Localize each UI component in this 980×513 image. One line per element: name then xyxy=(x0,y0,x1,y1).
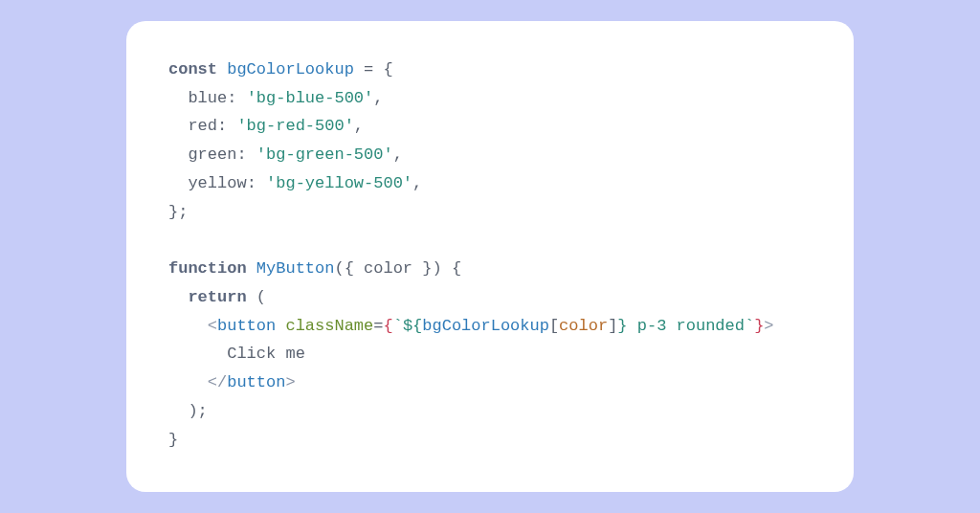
identifier-color: color xyxy=(559,317,608,335)
identifier-bgColorLookup: bgColorLookup xyxy=(227,60,354,78)
code-card: const bgColorLookup = { blue: 'bg-blue-5… xyxy=(126,21,854,493)
code-line: </button> xyxy=(168,373,296,391)
code-line: green: 'bg-green-500', xyxy=(168,145,403,164)
code-line: ); xyxy=(168,402,208,420)
function-name: MyButton xyxy=(256,259,335,278)
jsx-expr-close: } xyxy=(754,317,764,335)
jsx-tag-button: button xyxy=(227,373,285,391)
code-line: return ( xyxy=(168,288,266,306)
code-line: <button className={`${bgColorLookup[colo… xyxy=(168,317,774,335)
code-line: red: 'bg-red-500', xyxy=(168,117,364,135)
identifier-bgColorLookup: bgColorLookup xyxy=(422,317,549,335)
string-literal: 'bg-blue-500' xyxy=(247,89,374,107)
jsx-text: Click me xyxy=(227,345,305,363)
object-key: red xyxy=(188,117,217,135)
keyword-const: const xyxy=(168,60,217,78)
object-key: green xyxy=(188,145,236,164)
code-line: blue: 'bg-blue-500', xyxy=(168,89,383,107)
object-key: blue xyxy=(188,89,227,107)
code-line: const bgColorLookup = { xyxy=(168,60,393,78)
param-color: color xyxy=(364,259,412,278)
string-literal: 'bg-green-500' xyxy=(256,145,393,164)
jsx-expr-open: { xyxy=(383,317,392,335)
object-key: yellow xyxy=(188,174,246,192)
jsx-attr-className: className xyxy=(285,317,373,335)
keyword-return: return xyxy=(188,288,246,306)
string-literal: 'bg-red-500' xyxy=(236,117,353,135)
code-line: function MyButton({ color }) { xyxy=(168,259,461,278)
code-block: const bgColorLookup = { blue: 'bg-blue-5… xyxy=(168,56,812,455)
jsx-tag-button: button xyxy=(217,317,276,335)
keyword-function: function xyxy=(168,259,247,278)
code-line: }; xyxy=(168,203,188,221)
code-line: Click me xyxy=(168,345,305,363)
code-line: yellow: 'bg-yellow-500', xyxy=(168,174,422,192)
string-literal: 'bg-yellow-500' xyxy=(266,174,412,192)
code-line: } xyxy=(168,431,178,449)
